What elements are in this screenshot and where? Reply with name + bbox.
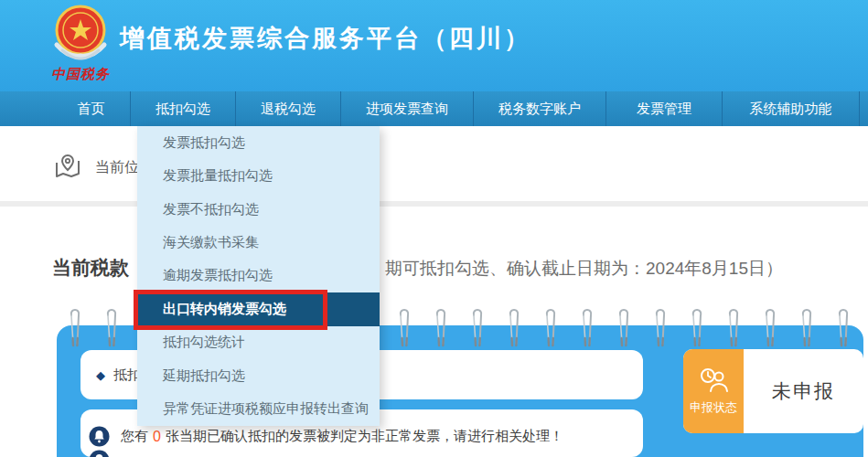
nav-item-0[interactable]: 首页: [52, 91, 131, 126]
nav-item-5[interactable]: 发票管理: [606, 91, 723, 126]
dropdown-item-0[interactable]: 发票抵扣勾选: [137, 126, 380, 159]
nav-item-3[interactable]: 进项发票查询: [341, 91, 474, 126]
tax-period-heading-right: 期可抵扣勾选、确认截止日期为：2024年8月15日）: [385, 257, 783, 281]
status-badge: 申报状态: [683, 349, 744, 433]
spiral-ring-icon: [434, 307, 448, 349]
spiral-ring-icon: [653, 307, 668, 349]
dropdown-item-5[interactable]: 出口转内销发票勾选: [137, 292, 380, 325]
nav-item-6[interactable]: 系统辅助功能: [723, 91, 860, 126]
page-title: 增值税发票综合服务平台（四川）: [120, 22, 531, 55]
declaration-status-card[interactable]: 申报状态 未申报: [683, 349, 863, 433]
page: 中国税务 增值税发票综合服务平台（四川） 首页抵扣勾选退税勾选进项发票查询税务数…: [0, 0, 868, 457]
notice-count: 0: [148, 429, 166, 445]
spiral-ring-icon: [580, 307, 595, 349]
spiral-ring-icon: [836, 307, 851, 349]
notice-text-prefix: 您有: [121, 428, 148, 445]
spiral-ring-icon: [799, 307, 814, 349]
nav-item-4[interactable]: 税务数字账户: [474, 91, 606, 126]
notice-text-suffix: 张当期已确认抵扣的发票被判定为非正常发票，请进行相关处理！: [166, 428, 563, 445]
spiral-ring-icon: [543, 307, 558, 349]
dropdown-item-6[interactable]: 抵扣勾选统计: [137, 326, 380, 359]
app-header: 中国税务 增值税发票综合服务平台（四川）: [0, 0, 868, 91]
spiral-ring-icon: [726, 307, 741, 349]
spiral-ring-icon: [690, 307, 704, 349]
location-map-icon: [54, 154, 81, 179]
dropdown-item-1[interactable]: 发票批量抵扣勾选: [137, 159, 380, 192]
spiral-ring-icon: [616, 307, 631, 349]
nav-item-1[interactable]: 抵扣勾选: [131, 91, 236, 126]
nav-bar: 首页抵扣勾选退税勾选进项发票查询税务数字账户发票管理系统辅助功能: [0, 91, 868, 126]
tax-period-heading-left: 当前税款: [52, 255, 129, 281]
dropdown-item-7[interactable]: 延期抵扣勾选: [137, 359, 380, 392]
tax-emblem-icon: [48, 5, 113, 65]
nav-item-2[interactable]: 退税勾选: [236, 91, 341, 126]
spiral-binding: [0, 307, 868, 351]
deduction-dropdown-menu: 发票抵扣勾选发票批量抵扣勾选发票不抵扣勾选海关缴款书采集逾期发票抵扣勾选出口转内…: [137, 126, 380, 426]
bell-icon: [89, 426, 110, 447]
dropdown-item-8[interactable]: 异常凭证进项税额应申报转出查询: [137, 393, 380, 426]
spiral-ring-icon: [104, 307, 119, 349]
section-divider: [0, 201, 868, 207]
dropdown-item-2[interactable]: 发票不抵扣勾选: [137, 193, 380, 226]
spiral-ring-icon: [470, 307, 485, 349]
logo-caption: 中国税务: [37, 66, 124, 83]
diamond-bullet-icon: ◆: [96, 368, 105, 382]
dropdown-item-4[interactable]: 逾期发票抵扣勾选: [137, 260, 380, 292]
spiral-ring-icon: [763, 307, 777, 349]
spiral-ring-icon: [507, 307, 521, 349]
person-clock-icon: [698, 367, 729, 394]
spiral-ring-icon: [397, 307, 412, 349]
bell-icon-partial: [89, 450, 110, 457]
status-value-area: 未申报: [744, 349, 863, 433]
spiral-ring-icon: [68, 307, 82, 349]
status-value: 未申报: [772, 378, 835, 404]
dropdown-item-3[interactable]: 海关缴款书采集: [137, 226, 380, 259]
status-label: 申报状态: [690, 399, 737, 416]
